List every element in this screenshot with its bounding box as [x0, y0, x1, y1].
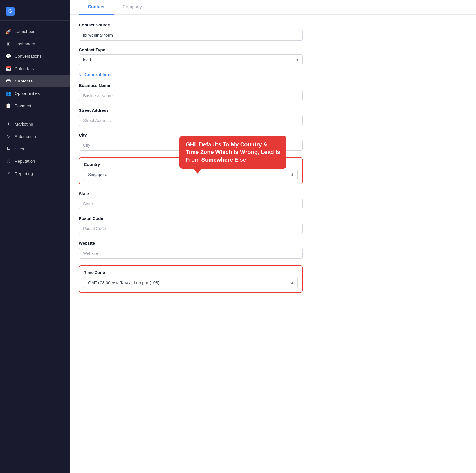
general-info-label: General Info [84, 72, 111, 77]
state-group: State [79, 191, 303, 209]
calendars-icon: 📅 [6, 66, 11, 71]
logo-icon: G [6, 7, 15, 16]
sidebar-item-conversations[interactable]: 💬 Conversations [0, 50, 70, 62]
reputation-icon: ☆ [6, 158, 11, 164]
sidebar-item-label: Contacts [15, 79, 33, 83]
street-address-input[interactable] [79, 115, 303, 126]
dashboard-icon: ⊞ [6, 41, 11, 46]
sidebar-item-dashboard[interactable]: ⊞ Dashboard [0, 37, 70, 50]
sidebar-item-calendars[interactable]: 📅 Calendars [0, 62, 70, 75]
contact-type-select-wrapper: lead [79, 54, 303, 65]
launchpad-icon: 🚀 [6, 28, 11, 34]
sidebar-item-reporting[interactable]: ↗ Reporting [0, 167, 70, 180]
street-address-label: Street Address [79, 108, 303, 113]
general-info-section-header: ∨ General Info [79, 72, 303, 77]
contact-type-label: Contact Type [79, 47, 303, 52]
callout-tooltip: GHL Defaults To My Country & Time Zone W… [179, 136, 286, 169]
website-input[interactable] [79, 248, 303, 259]
form-area: Contact Source Contact Type lead ∨ Gener… [70, 15, 312, 307]
website-label: Website [79, 241, 303, 246]
sidebar-item-label: Opportunities [15, 91, 40, 96]
contact-source-label: Contact Source [79, 23, 303, 27]
opportunities-icon: 👥 [6, 90, 11, 96]
sidebar-item-opportunities[interactable]: 👥 Opportunities [0, 87, 70, 99]
sidebar-item-label: Sites [15, 146, 24, 151]
website-group: Website [79, 241, 303, 259]
sidebar-item-label: Automation [15, 134, 36, 139]
contact-type-select[interactable]: lead [79, 54, 303, 65]
sidebar-logo: G [6, 5, 64, 18]
contact-source-group: Contact Source [79, 23, 303, 41]
chevron-down-icon: ∨ [79, 72, 82, 77]
sidebar-item-reputation[interactable]: ☆ Reputation [0, 155, 70, 167]
timezone-group-highlight: Time Zone GMT+08:00 Asia/Kuala_Lumpur (+… [79, 265, 303, 293]
country-select-wrapper: Singapore [84, 169, 298, 180]
contact-source-input[interactable] [79, 30, 303, 41]
sidebar-item-label: Reporting [15, 171, 33, 176]
sidebar-item-label: Calendars [15, 66, 34, 71]
sidebar-item-sites[interactable]: 🖥 Sites [0, 142, 70, 155]
contacts-icon: 🗃 [6, 78, 11, 84]
conversations-icon: 💬 [6, 53, 11, 59]
state-input[interactable] [79, 198, 303, 209]
marketing-icon: ✈ [6, 121, 11, 127]
sidebar-item-launchpad[interactable]: 🚀 Launchpad [0, 25, 70, 37]
tab-company[interactable]: Company [114, 0, 151, 15]
callout-text: GHL Defaults To My Country & Time Zone W… [186, 141, 280, 163]
postal-code-group: Postal Code [79, 216, 303, 234]
sidebar-item-label: Payments [15, 103, 33, 108]
sidebar-item-label: Launchpad [15, 29, 35, 34]
postal-code-label: Postal Code [79, 216, 303, 221]
payments-icon: 📋 [6, 103, 11, 108]
tabs-bar: Contact Company [70, 0, 476, 15]
sidebar-top: G [0, 0, 70, 21]
reporting-icon: ↗ [6, 171, 11, 176]
state-label: State [79, 191, 303, 196]
sites-icon: 🖥 [6, 146, 11, 151]
tab-contact[interactable]: Contact [79, 0, 114, 15]
sidebar-item-label: Reputation [15, 159, 35, 164]
main-content: Contact Company Contact Source Contact T… [70, 0, 476, 473]
business-name-group: Business Name [79, 83, 303, 101]
sidebar-item-payments[interactable]: 📋 Payments [0, 99, 70, 112]
sidebar-item-contacts[interactable]: 🗃 Contacts [0, 75, 70, 87]
timezone-select[interactable]: GMT+08:00 Asia/Kuala_Lumpur (+08) [84, 277, 298, 288]
sidebar-item-label: Dashboard [15, 41, 35, 46]
sidebar-item-label: Conversations [15, 54, 42, 59]
nav-divider [6, 115, 64, 115]
timezone-label: Time Zone [84, 270, 298, 275]
sidebar-item-marketing[interactable]: ✈ Marketing [0, 118, 70, 130]
timezone-select-wrapper: GMT+08:00 Asia/Kuala_Lumpur (+08) [84, 277, 298, 288]
sidebar-nav: 🚀 Launchpad ⊞ Dashboard 💬 Conversations … [0, 23, 70, 473]
sidebar: G 🚀 Launchpad ⊞ Dashboard 💬 Conversation… [0, 0, 70, 473]
business-name-label: Business Name [79, 83, 303, 88]
sidebar-item-label: Marketing [15, 122, 33, 126]
country-select[interactable]: Singapore [84, 169, 298, 180]
sidebar-item-automation[interactable]: ▷ Automation [0, 130, 70, 142]
postal-code-input[interactable] [79, 223, 303, 234]
street-address-group: Street Address [79, 108, 303, 126]
contact-type-group: Contact Type lead [79, 47, 303, 65]
automation-icon: ▷ [6, 133, 11, 139]
business-name-input[interactable] [79, 90, 303, 101]
